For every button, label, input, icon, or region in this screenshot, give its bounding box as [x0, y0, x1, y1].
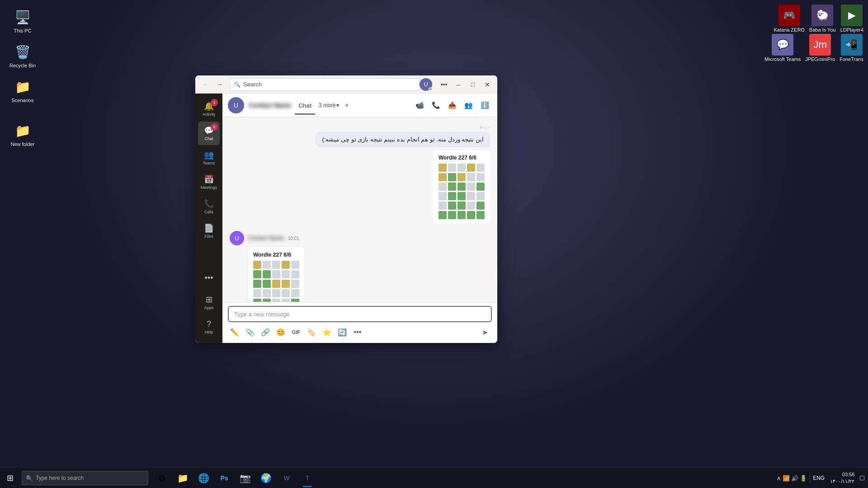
- sticker-button[interactable]: 🏷️: [305, 325, 318, 339]
- back-button[interactable]: ←: [199, 78, 212, 91]
- teams-search-box[interactable]: 🔍 Search: [230, 78, 420, 91]
- add-people-button[interactable]: 👥: [461, 98, 476, 113]
- chat-input-area: Type a new message ✏️ 📎 🔗 😊: [222, 302, 497, 343]
- sidebar-item-chat[interactable]: 💬 Chat 6: [198, 122, 220, 145]
- wordle-result-sent: Wordle 227 6/6: [433, 150, 490, 224]
- user-avatar[interactable]: U: [420, 78, 432, 91]
- fonetrans-icon: 📲: [841, 34, 863, 56]
- chat-badge: 6: [211, 123, 218, 131]
- tray-ms-teams[interactable]: 💬 Microsoft Teams: [764, 34, 801, 62]
- input-toolbar: ✏️ 📎 🔗 😊 GIF: [228, 325, 492, 339]
- tray-ldplayer[interactable]: ▶ LDPlayer4: [840, 5, 863, 33]
- wordle-cell: [263, 299, 271, 302]
- taskbar-word[interactable]: W: [277, 468, 297, 488]
- volume-icon: 🔊: [791, 475, 798, 482]
- show-desktop-button[interactable]: □: [860, 474, 864, 482]
- more-tools-button[interactable]: •••: [351, 325, 364, 339]
- add-tab-button[interactable]: +: [343, 99, 350, 111]
- wordle-cell: [458, 192, 466, 200]
- audio-call-button[interactable]: 📞: [429, 98, 443, 113]
- chat-info-button[interactable]: ℹ️: [477, 98, 492, 113]
- wordle-title-sent: Wordle 227 6/6: [439, 155, 485, 161]
- desktop-icon-scenarios[interactable]: 📁 Scenarios: [5, 74, 41, 107]
- ms-teams-icon: 💬: [772, 34, 793, 56]
- send-button[interactable]: ➤: [477, 325, 492, 339]
- wordle-cell: [272, 270, 280, 278]
- wordle-row-3: [439, 183, 485, 191]
- maximize-button[interactable]: □: [467, 78, 479, 91]
- wordle-cell: [291, 270, 299, 278]
- search-placeholder: Search: [243, 81, 262, 88]
- notification-area: ∧ 📶 🔊 🔋: [777, 475, 807, 482]
- forward-button[interactable]: →: [213, 78, 226, 91]
- wordle-cell: [439, 183, 447, 191]
- tray-fonetrans[interactable]: 📲 FoneTrans: [840, 34, 863, 62]
- sidebar-item-activity[interactable]: 🔔 Activity 1: [198, 97, 220, 121]
- tab-more[interactable]: 3 more ▾: [317, 100, 341, 110]
- desktop-icon-recycle-bin[interactable]: 🗑️ Recycle Bin: [5, 39, 41, 72]
- wordle-cell: [291, 261, 299, 269]
- taskbar-chrome[interactable]: 🌐: [193, 468, 213, 488]
- message-input[interactable]: Type a new message: [228, 306, 492, 322]
- emoji-button[interactable]: 😊: [274, 325, 288, 339]
- tab-chat[interactable]: Chat: [295, 100, 315, 111]
- wordle-cell: [272, 280, 280, 288]
- attach-link-icon: 🔗: [261, 328, 270, 337]
- teams-chat-panel: U Contact Name Chat 3 more ▾ +: [222, 94, 497, 343]
- search-icon: 🔍: [234, 81, 241, 88]
- more-options-button[interactable]: •••: [438, 78, 450, 91]
- wordle-cell: [272, 289, 280, 297]
- tray-baba-is-you[interactable]: 🐑 Baba Is You: [809, 5, 836, 33]
- message-input-placeholder: Type a new message: [234, 311, 290, 318]
- sidebar-item-files[interactable]: 📄 Files: [198, 219, 220, 243]
- sidebar-item-calls[interactable]: 📞 Calls: [198, 195, 220, 218]
- sidebar-item-more[interactable]: •••: [198, 266, 220, 290]
- desktop-icon-this-pc[interactable]: 🖥️ This PC: [5, 5, 41, 37]
- start-button[interactable]: ⊞: [0, 468, 20, 488]
- format-button[interactable]: ✏️: [228, 325, 241, 339]
- sidebar-item-meetings[interactable]: 📅 Meetings: [198, 170, 220, 194]
- taskbar-teams[interactable]: T: [297, 468, 317, 488]
- attach-file-button[interactable]: 📎: [243, 325, 257, 339]
- video-call-button[interactable]: 📹: [412, 98, 427, 113]
- taskbar-browser2[interactable]: 🌍: [256, 468, 276, 488]
- msg-received-content: Wordle 227 6/6: [248, 247, 305, 302]
- desktop-icon-new-folder[interactable]: 📁 New folder: [5, 118, 41, 150]
- apps-label: Apps: [204, 305, 214, 310]
- attach-link-button[interactable]: 🔗: [259, 325, 272, 339]
- taskbar-unknown[interactable]: 📷: [235, 468, 255, 488]
- wordle-cell: [263, 289, 271, 297]
- taskbar-clock[interactable]: 03:56 ۱۴۰۰/۱۱/۲۲: [827, 471, 857, 485]
- wordle-cell: [476, 211, 485, 219]
- tray-jpegmini[interactable]: Jm JPEGminiPro: [805, 34, 835, 62]
- calls-label: Calls: [204, 210, 213, 214]
- wordle-cell: [291, 280, 299, 288]
- taskbar-search[interactable]: 🔍 Type here to search: [22, 471, 148, 485]
- wordle-cell: [439, 164, 447, 172]
- language-indicator: ENG: [813, 475, 825, 481]
- wordle-cell: [263, 280, 271, 288]
- sidebar-item-help[interactable]: ? Help: [198, 315, 220, 338]
- taskbar-task-view[interactable]: ⧉: [152, 468, 172, 488]
- more-tools-icon: •••: [354, 328, 362, 336]
- screen-share-button[interactable]: 📤: [445, 98, 459, 113]
- msg-received-time: 10:01: [288, 236, 299, 241]
- minimize-button[interactable]: –: [452, 78, 465, 91]
- wordle-cell: [282, 270, 290, 278]
- praise-button[interactable]: ⭐: [320, 325, 334, 339]
- taskbar-photoshop[interactable]: Ps: [214, 468, 234, 488]
- taskbar-search-icon: 🔍: [26, 475, 33, 482]
- message-received-1: U Contact Name 10:01 Wordle 227 6/6: [230, 231, 490, 302]
- wordle-cell: [291, 289, 299, 297]
- loop-button[interactable]: 🔄: [335, 325, 349, 339]
- gif-button[interactable]: GIF: [289, 325, 303, 339]
- wordle-cell: [467, 183, 475, 191]
- close-button[interactable]: ✕: [481, 78, 494, 91]
- wordle-cell: [458, 202, 466, 210]
- wordle-cell: [253, 261, 261, 269]
- files-label: Files: [204, 234, 213, 239]
- taskbar-file-explorer[interactable]: 📁: [173, 468, 193, 488]
- sidebar-item-apps[interactable]: ⊞ Apps: [198, 291, 220, 314]
- sidebar-item-teams[interactable]: 👥 Teams: [198, 146, 220, 169]
- tray-katana-zero[interactable]: 🎮 Katana ZERO: [774, 5, 804, 33]
